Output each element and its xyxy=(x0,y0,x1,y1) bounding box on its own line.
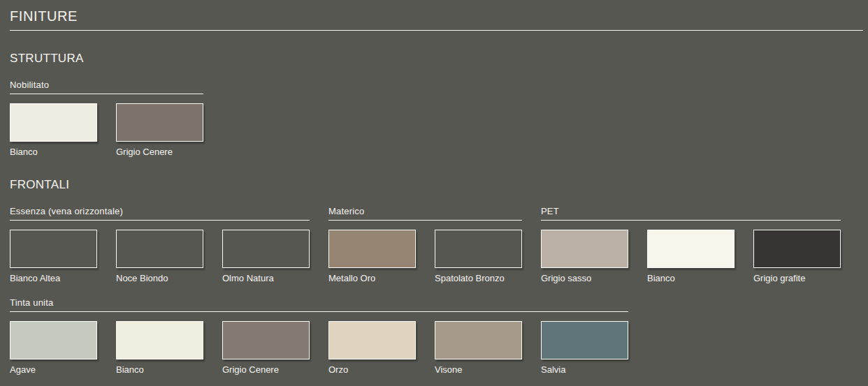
swatch-tile[interactable] xyxy=(328,321,416,359)
swatch-tile[interactable] xyxy=(116,230,203,268)
swatch-label: Olmo Natura xyxy=(222,273,310,283)
finish-group-label: PET xyxy=(541,206,841,221)
swatch-label: Orzo xyxy=(328,364,416,375)
swatch-label: Salvia xyxy=(541,364,628,375)
swatch-tile[interactable] xyxy=(222,230,310,268)
finish-group-label: Tinta unita xyxy=(10,297,628,312)
page-title: FINITURE xyxy=(10,8,863,31)
swatch-label: Noce Biondo xyxy=(116,273,203,283)
group-essenza-vena-orizzontale: Essenza (vena orizzontale) Bianco Altea … xyxy=(10,206,310,283)
swatch-label: Spatolato Bronzo xyxy=(435,273,522,283)
group-row: Essenza (vena orizzontale) Bianco Altea … xyxy=(10,206,863,283)
finish-group-label: Materico xyxy=(328,206,522,221)
group-row: Nobilitato Bianco Grigio Cenere xyxy=(10,80,863,157)
swatch-tile[interactable] xyxy=(10,321,97,359)
swatch-olmo-natura: Olmo Natura xyxy=(222,230,310,283)
group-tinta-unita: Tinta unita Agave Bianco Grigio Cenere O… xyxy=(10,297,628,375)
swatch-tile[interactable] xyxy=(116,103,203,142)
section-title: STRUTTURA xyxy=(10,52,863,66)
swatch-orzo: Orzo xyxy=(328,321,416,375)
swatch-label: Metallo Oro xyxy=(328,273,416,283)
swatch-label: Grigio grafite xyxy=(753,273,841,283)
group-row: Tinta unita Agave Bianco Grigio Cenere O… xyxy=(10,297,863,375)
group-nobilitato: Nobilitato Bianco Grigio Cenere xyxy=(10,80,203,157)
swatch-label: Agave xyxy=(10,364,97,375)
swatch-tile[interactable] xyxy=(10,103,97,142)
swatch-spatolato-bronzo: Spatolato Bronzo xyxy=(435,230,522,283)
finish-group-label: Essenza (vena orizzontale) xyxy=(10,206,310,221)
swatch-tile[interactable] xyxy=(753,230,841,268)
swatch-bianco-altea: Bianco Altea xyxy=(10,230,97,283)
swatch-metallo-oro: Metallo Oro xyxy=(328,230,416,283)
swatch-label: Visone xyxy=(435,364,522,375)
swatch-tile[interactable] xyxy=(541,321,628,359)
swatch-bianco: Bianco xyxy=(647,230,735,283)
group-materico: Materico Metallo Oro Spatolato Bronzo xyxy=(328,206,522,283)
swatch-tile[interactable] xyxy=(541,230,628,268)
finiture-page: FINITURE STRUTTURA Nobilitato Bianco Gri… xyxy=(0,0,868,375)
swatch-grigio-grafite: Grigio grafite xyxy=(753,230,841,283)
swatch-label: Bianco Altea xyxy=(10,273,97,283)
swatch-label: Grigio Cenere xyxy=(116,147,203,157)
section-title: FRONTALI xyxy=(10,178,863,192)
finish-group-label: Nobilitato xyxy=(10,80,203,94)
swatch-label: Bianco xyxy=(116,364,203,375)
swatch-label: Bianco xyxy=(647,273,735,283)
swatch-bianco: Bianco xyxy=(116,321,203,375)
section-struttura: STRUTTURA Nobilitato Bianco Grigio Cener… xyxy=(10,52,863,157)
swatch-label: Bianco xyxy=(10,147,97,157)
swatch-tile[interactable] xyxy=(10,230,97,268)
swatch-grigio-sasso: Grigio sasso xyxy=(541,230,628,283)
swatch-label: Grigio sasso xyxy=(541,273,628,283)
swatch-visone: Visone xyxy=(435,321,522,375)
section-frontali: FRONTALI Essenza (vena orizzontale) Bian… xyxy=(10,178,863,375)
group-pet: PET Grigio sasso Bianco Grigio grafite xyxy=(541,206,841,283)
swatch-tile[interactable] xyxy=(435,321,522,359)
swatch-tile[interactable] xyxy=(647,230,735,268)
sections-container: STRUTTURA Nobilitato Bianco Grigio Cener… xyxy=(10,52,863,375)
swatch-noce-biondo: Noce Biondo xyxy=(116,230,203,283)
swatch-grigio-cenere: Grigio Cenere xyxy=(222,321,310,375)
swatch-label: Grigio Cenere xyxy=(222,364,310,375)
swatch-salvia: Salvia xyxy=(541,321,628,375)
swatch-tile[interactable] xyxy=(435,230,522,268)
swatch-tile[interactable] xyxy=(222,321,310,359)
swatch-tile[interactable] xyxy=(116,321,203,359)
swatch-agave: Agave xyxy=(10,321,97,375)
swatch-bianco: Bianco xyxy=(10,103,97,157)
swatch-grigio-cenere: Grigio Cenere xyxy=(116,103,203,157)
swatch-tile[interactable] xyxy=(328,230,416,268)
